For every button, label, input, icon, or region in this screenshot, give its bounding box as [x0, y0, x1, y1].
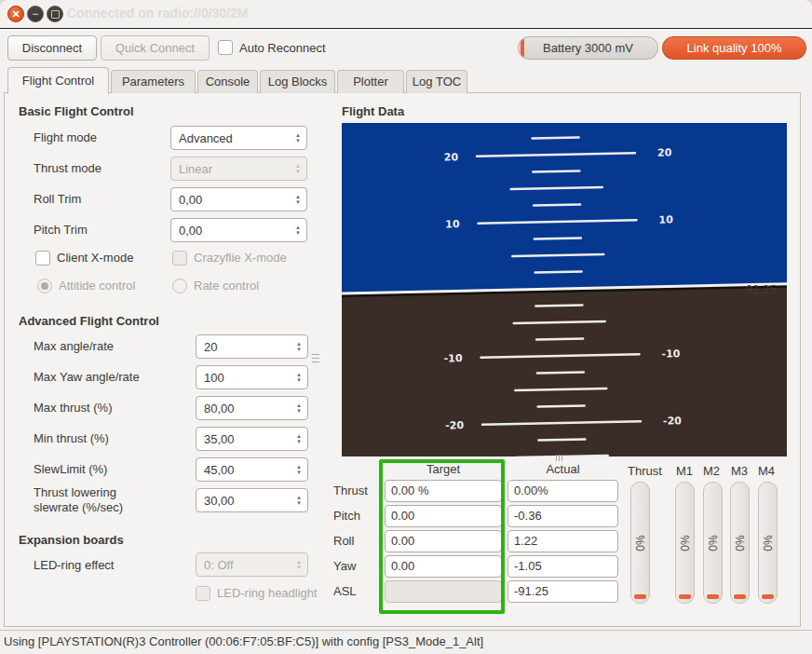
svg-text:20: 20 [657, 146, 672, 158]
min-thrust-value: 35,00 [204, 431, 235, 447]
attitude-control-radio [37, 279, 52, 293]
target-asl-field [385, 580, 502, 603]
rate-control-label: Rate control [194, 279, 259, 293]
svg-text:10: 10 [658, 213, 673, 225]
led-ring-effect-label: LED-ring effect [34, 558, 114, 573]
title-bar[interactable]: ✕ − Connected on radio://0/30/2M [0, 0, 812, 29]
target-thrust-field[interactable]: 0.00 % [385, 480, 502, 502]
battery-label: Battery 3000 mV [543, 41, 633, 55]
tab-parameters[interactable]: Parameters [111, 70, 196, 93]
horizontal-splitter-handle[interactable] [556, 455, 562, 461]
horizon-sky [342, 123, 787, 294]
spinner-arrows-icon: ▴▾ [291, 553, 307, 576]
target-pitch-field[interactable]: 0.00 [385, 505, 502, 527]
roll-trim-spinbox[interactable]: 0,00 ▴▾ [170, 187, 307, 211]
disconnect-button[interactable]: Disconnect [7, 35, 97, 61]
flight-mode-combobox[interactable]: Advanced ▴▾ [170, 126, 307, 150]
min-thrust-spinbox[interactable]: 35,00 ▴▾ [196, 427, 308, 451]
slew-limit-spinbox[interactable]: 45,00 ▴▾ [196, 457, 308, 482]
quick-connect-button: Quick Connect [101, 35, 210, 61]
thrust-mode-label: Thrust mode [34, 161, 102, 176]
auto-reconnect-label: Auto Reconnect [239, 41, 326, 56]
tab-flight-control[interactable]: Flight Control [7, 67, 109, 94]
led-ring-headlight-label: LED-ring headlight [217, 586, 318, 601]
led-ring-effect-value: 0: Off [204, 557, 234, 573]
link-quality-indicator: Link quality 100% [662, 36, 806, 60]
auto-reconnect-checkbox[interactable] [218, 40, 233, 55]
svg-text:20: 20 [444, 151, 459, 163]
actual-column-header: Actual [508, 462, 618, 476]
app-window: ✕ − Connected on radio://0/30/2M Disconn… [0, 0, 812, 654]
max-yaw-value: 100 [204, 370, 224, 386]
max-thrust-value: 80,00 [204, 401, 235, 416]
spinner-arrows-icon[interactable]: ▴▾ [290, 219, 306, 241]
actual-asl-field[interactable]: -91.25 [508, 580, 618, 603]
expansion-boards-header: Expansion boards [19, 533, 124, 548]
radio-dot [41, 282, 48, 290]
max-thrust-spinbox[interactable]: 80,00 ▴▾ [196, 396, 308, 420]
spinner-arrows-icon[interactable]: ▴▾ [290, 188, 306, 211]
slew-limit-value: 45,00 [204, 462, 235, 478]
minimize-icon[interactable]: − [27, 6, 44, 22]
min-thrust-label: Min thrust (%) [34, 431, 109, 446]
vertical-splitter-handle[interactable] [312, 351, 319, 365]
actual-thrust-field[interactable]: 0.00% [508, 480, 618, 502]
thrust-mode-value: Linear [179, 161, 212, 177]
m4-bar-label: M4 [758, 464, 775, 478]
spinner-arrows-icon[interactable]: ▴▾ [291, 489, 307, 511]
thrust-bar-label: Thrust [628, 464, 662, 478]
max-angle-spinbox[interactable]: 20 ▴▾ [196, 334, 308, 359]
target-yaw-field[interactable]: 0.00 [385, 555, 502, 578]
thrust-lowering-spinbox[interactable]: 30,00 ▴▾ [196, 488, 308, 512]
tab-log-toc[interactable]: Log TOC [406, 70, 467, 93]
actual-yaw-field[interactable]: -1.05 [508, 555, 618, 578]
roll-trim-label: Roll Trim [34, 192, 81, 207]
row-label-roll: Roll [333, 534, 354, 549]
actual-roll-field[interactable]: 1.22 [508, 530, 618, 552]
flight-mode-label: Flight mode [34, 130, 97, 145]
horizon-ground [342, 283, 787, 456]
thrust-mode-combobox: Linear ▴▾ [170, 157, 307, 181]
tab-log-blocks[interactable]: Log Blocks [260, 70, 335, 93]
spinner-arrows-icon[interactable]: ▴▾ [290, 127, 306, 149]
spinner-arrows-icon: ▴▾ [290, 157, 306, 180]
tab-plotter[interactable]: Plotter [337, 70, 404, 93]
target-roll-field[interactable]: 0.00 [385, 530, 502, 552]
link-quality-label: Link quality 100% [687, 41, 782, 55]
crazyflie-xmode-checkbox [172, 251, 187, 266]
basic-flight-control-header: Basic Flight Control [19, 104, 134, 119]
spinner-arrows-icon[interactable]: ▴▾ [291, 458, 307, 481]
maximize-icon[interactable] [47, 6, 63, 22]
row-label-asl: ASL [333, 584, 357, 599]
max-yaw-label: Max Yaw angle/rate [34, 370, 140, 385]
altitude-readout: -91.25 [742, 283, 777, 296]
m2-bar-label: M2 [703, 464, 720, 478]
attitude-control-label: Attitide control [59, 279, 135, 293]
close-icon[interactable]: ✕ [7, 6, 24, 22]
max-yaw-spinbox[interactable]: 100 ▴▾ [196, 365, 308, 389]
pitch-trim-value: 0,00 [179, 223, 202, 238]
svg-text:-20: -20 [663, 415, 682, 427]
spinner-arrows-icon[interactable]: ▴▾ [291, 428, 307, 450]
max-angle-label: Max angle/rate [34, 339, 114, 354]
thrust-lowering-label-line2: slewrate (%/sec) [34, 500, 123, 515]
maximize-square-glyph [51, 10, 60, 19]
m4-progress-bar: 0% [758, 482, 778, 604]
roll-trim-value: 0,00 [179, 192, 202, 208]
tab-console[interactable]: Console [197, 70, 258, 93]
battery-indicator: Battery 3000 mV [518, 36, 658, 60]
flight-mode-value: Advanced [179, 130, 233, 146]
artificial-horizon: 20 20 10 10 -10 -10 -20 -20 -91.25 [342, 123, 787, 456]
pitch-trim-spinbox[interactable]: 0,00 ▴▾ [170, 218, 307, 242]
spinner-arrows-icon[interactable]: ▴▾ [291, 366, 307, 388]
max-angle-value: 20 [204, 339, 217, 355]
spinner-arrows-icon[interactable]: ▴▾ [291, 335, 307, 358]
spinner-arrows-icon[interactable]: ▴▾ [291, 397, 307, 419]
thrust-lowering-label-line1: Thrust lowering [34, 485, 116, 500]
actual-pitch-field[interactable]: -0.36 [508, 505, 618, 527]
m3-progress-bar: 0% [730, 482, 750, 604]
svg-text:10: 10 [445, 218, 460, 230]
target-column-header: Target [385, 462, 502, 476]
m1-progress-bar: 0% [675, 482, 695, 604]
client-xmode-checkbox[interactable] [35, 251, 50, 266]
